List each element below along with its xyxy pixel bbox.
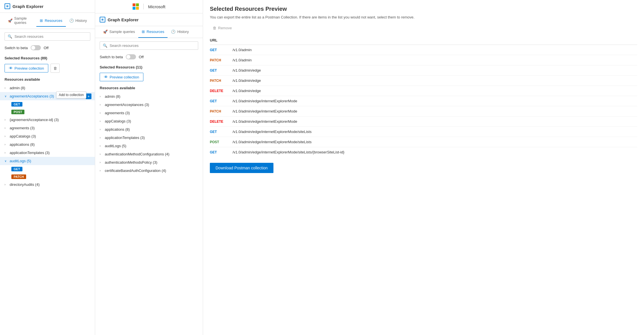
list-item[interactable]: PATCH bbox=[0, 173, 95, 180]
table-row: PATCH /v1.0/admin bbox=[210, 55, 637, 65]
list-item[interactable]: › admin (8) bbox=[0, 84, 95, 92]
panel2-preview-row: 👁 Preview collection bbox=[95, 72, 203, 85]
table-row: GET /v1.0/admin/edge/internetExplorerMod… bbox=[210, 96, 637, 106]
download-postman-collection-button[interactable]: Download Postman collection bbox=[210, 163, 273, 173]
add-to-collection-button[interactable]: + bbox=[86, 93, 91, 99]
list-item[interactable]: POST bbox=[0, 108, 95, 116]
list-item[interactable]: › applicationTemplates (3) bbox=[95, 134, 203, 142]
list-item[interactable]: › certificateBasedAuthConfiguration (4) bbox=[95, 167, 203, 175]
table-row: GET /v1.0/admin/edge/internetExplorerMod… bbox=[210, 147, 637, 157]
list-item[interactable]: › appCatalogs (3) bbox=[95, 117, 203, 125]
list-item[interactable]: › directoryAudits (4) bbox=[0, 180, 95, 189]
table-row: GET /v1.0/admin/edge bbox=[210, 65, 637, 75]
panel2-beta-toggle[interactable] bbox=[126, 54, 136, 59]
url-path: /v1.0/admin/edge bbox=[233, 89, 261, 93]
panel2-selected-resources-header: Selected Resources (11) bbox=[95, 63, 203, 72]
add-to-collection-tooltip: Add to collection bbox=[56, 91, 86, 98]
panel2: Microsoft ⊞ Graph Explorer 🚀 Sample quer… bbox=[95, 0, 203, 335]
list-item[interactable]: ∨ auditLogs (5) bbox=[0, 157, 95, 165]
panel2-beta-state: Off bbox=[139, 55, 144, 59]
chevron-right-icon: › bbox=[100, 111, 103, 115]
list-item[interactable]: › applications (8) bbox=[95, 125, 203, 134]
chevron-right-icon: › bbox=[5, 118, 8, 121]
grid-icon: ⊞ bbox=[142, 30, 145, 34]
panel1-selected-resources-header: Selected Resources (89) bbox=[0, 54, 95, 63]
panel2-app-title: Graph Explorer bbox=[108, 17, 139, 22]
panel2-ms-title: Microsoft bbox=[148, 4, 166, 9]
rocket-icon: 🚀 bbox=[103, 30, 108, 34]
eye-icon: 👁 bbox=[104, 75, 108, 79]
chevron-right-icon: › bbox=[5, 86, 8, 90]
url-path: /v1.0/admin/edge/internetExplorerMode/si… bbox=[233, 140, 311, 144]
panel1-preview-row: 👁 Preview collection 🗑 bbox=[0, 63, 95, 76]
url-table: URL GET /v1.0/admin PATCH /v1.0/admin GE… bbox=[210, 36, 637, 157]
panel2-preview-collection-button[interactable]: 👁 Preview collection bbox=[100, 73, 143, 81]
chevron-down-icon: ∨ bbox=[5, 159, 8, 163]
list-item[interactable]: › auditLogs (5) bbox=[95, 142, 203, 150]
list-item[interactable]: › appCatalogs (3) bbox=[0, 132, 95, 140]
svg-rect-2 bbox=[133, 7, 135, 10]
panel2-search-input[interactable] bbox=[110, 43, 195, 48]
chevron-right-icon: › bbox=[100, 128, 103, 131]
url-path: /v1.0/admin/edge/internetExplorerMode bbox=[233, 99, 297, 103]
post-method-badge[interactable]: POST bbox=[11, 110, 24, 114]
list-item[interactable]: › admin (8) bbox=[95, 92, 203, 101]
list-item[interactable]: › authenticationMethodConfigurations (4) bbox=[95, 150, 203, 158]
list-item[interactable]: › agreementAcceptances (3) bbox=[95, 101, 203, 109]
get-method-badge[interactable]: GET bbox=[11, 102, 22, 107]
list-item[interactable]: › agreements (3) bbox=[95, 109, 203, 117]
panel1-resource-list: › admin (8) ∨ agreementAcceptances (3) A… bbox=[0, 84, 95, 335]
eye-icon: 👁 bbox=[9, 66, 13, 70]
panel2-beta-label: Switch to beta bbox=[100, 55, 123, 59]
panel1-app-title: Graph Explorer bbox=[12, 4, 43, 9]
table-row: DELETE /v1.0/admin/edge bbox=[210, 86, 637, 96]
chevron-right-icon: › bbox=[100, 161, 103, 164]
panel2-header: ⊞ Graph Explorer bbox=[95, 13, 203, 26]
table-row: PATCH /v1.0/admin/edge bbox=[210, 75, 637, 86]
list-item[interactable]: › agreements (3) bbox=[0, 124, 95, 132]
list-item[interactable]: › applications (8) bbox=[0, 140, 95, 149]
panel2-search-box[interactable]: 🔍 bbox=[100, 41, 198, 50]
list-item[interactable]: ∨ agreementAcceptances (3) Add to collec… bbox=[0, 92, 95, 100]
panel1-beta-state: Off bbox=[44, 46, 49, 50]
panel1-tab-sample-queries[interactable]: 🚀 Sample queries bbox=[5, 13, 36, 29]
panel1-beta-toggle[interactable] bbox=[31, 45, 41, 50]
header-divider bbox=[143, 4, 144, 9]
patch-method-badge[interactable]: PATCH bbox=[11, 174, 26, 179]
method-label: GET bbox=[210, 48, 227, 52]
chevron-right-icon: › bbox=[100, 144, 103, 147]
preview-content: Selected Resources Preview You can expor… bbox=[203, 0, 644, 335]
url-path: /v1.0/admin/edge/internetExplorerMode/si… bbox=[233, 150, 344, 154]
panel1-delete-button[interactable]: 🗑 bbox=[51, 64, 60, 73]
ms-logo bbox=[133, 3, 139, 10]
panel1-tab-resources[interactable]: ⊞ Resources bbox=[36, 15, 66, 27]
get-method-badge[interactable]: GET bbox=[11, 167, 22, 171]
method-label: GET bbox=[210, 130, 227, 134]
panel2-tab-sample-queries[interactable]: 🚀 Sample queries bbox=[100, 26, 138, 38]
url-path: /v1.0/admin/edge/internetExplorerMode/si… bbox=[233, 130, 311, 134]
method-label: PATCH bbox=[210, 79, 227, 83]
clock-icon: 🕐 bbox=[69, 18, 74, 23]
panel1-search-input[interactable] bbox=[14, 34, 87, 39]
chevron-down-icon: ∨ bbox=[5, 95, 8, 98]
remove-button[interactable]: 🗑 Remove bbox=[210, 25, 235, 31]
list-item[interactable]: › authenticationMethodsPolicy (3) bbox=[95, 158, 203, 167]
chevron-right-icon: › bbox=[100, 153, 103, 156]
list-item[interactable]: GET bbox=[0, 100, 95, 108]
panel1-tab-history[interactable]: 🕐 History bbox=[66, 15, 90, 27]
list-item[interactable]: › applicationTemplates (3) bbox=[0, 149, 95, 157]
panel1-preview-collection-button[interactable]: 👁 Preview collection bbox=[5, 64, 48, 72]
list-item[interactable]: GET bbox=[0, 165, 95, 173]
preview-title: Selected Resources Preview bbox=[210, 6, 637, 12]
url-path: /v1.0/admin/edge bbox=[233, 78, 261, 83]
panel1-search-box[interactable]: 🔍 bbox=[5, 32, 90, 41]
url-column-header: URL bbox=[210, 36, 637, 45]
panel2-tab-resources[interactable]: ⊞ Resources bbox=[138, 26, 168, 38]
list-item[interactable]: › {agreementAcceptance-id} (3) bbox=[0, 116, 95, 124]
chevron-right-icon: › bbox=[5, 151, 8, 154]
method-label: POST bbox=[210, 140, 227, 144]
panel2-tab-history[interactable]: 🕐 History bbox=[168, 26, 192, 38]
panel1: ⊞ Graph Explorer 🚀 Sample queries ⊞ Reso… bbox=[0, 0, 95, 335]
method-label: PATCH bbox=[210, 58, 227, 62]
method-label: DELETE bbox=[210, 89, 227, 93]
